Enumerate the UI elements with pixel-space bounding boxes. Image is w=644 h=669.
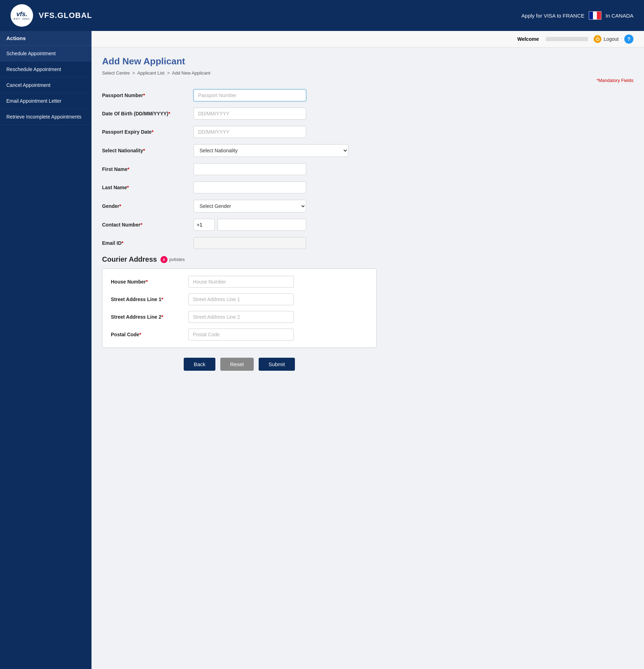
expiry-input[interactable]	[194, 126, 306, 138]
passport-label: Passport Number*	[102, 93, 194, 98]
lastname-input[interactable]	[194, 181, 306, 193]
page-content: Add New Applicant Select Centre > Applic…	[91, 47, 644, 386]
passport-row: Passport Number*	[102, 89, 377, 101]
france-flag-icon	[589, 11, 601, 20]
content: Welcome ⏻ Logout ? Add New Applicant Sel…	[91, 31, 644, 669]
welcome-label: Welcome	[517, 36, 539, 42]
breadcrumb-applicant-list: Applicant List	[137, 70, 164, 76]
street1-label: Street Address Line 1*	[111, 297, 188, 302]
header-left: vfs. EST. 2001 VFS.GLOBAL	[11, 4, 92, 27]
breadcrumb-add-applicant: Add New Applicant	[172, 70, 210, 76]
expiry-label: Passport Expiry Date*	[102, 129, 194, 135]
expiry-required-star: *	[152, 129, 153, 135]
header-right: Apply for VISA to FRANCE In CANADA	[522, 11, 633, 20]
sidebar-item-reschedule[interactable]: Reschedule Appointment	[0, 62, 91, 77]
phone-input[interactable]	[217, 219, 306, 231]
button-row: Back Reset Submit	[102, 358, 377, 371]
sidebar-item-schedule[interactable]: Schedule Appointment	[0, 46, 91, 62]
email-required-star: *	[121, 240, 123, 246]
courier-section-title: Courier Address	[102, 255, 157, 263]
logo-est-text: EST. 2001	[14, 17, 30, 20]
reset-button[interactable]: Reset	[220, 358, 254, 371]
apply-text: Apply for VISA to FRANCE	[522, 13, 585, 19]
top-bar: Welcome ⏻ Logout ?	[91, 31, 644, 47]
breadcrumb-sep2: >	[167, 70, 170, 76]
firstname-required-star: *	[127, 166, 129, 172]
house-row: House Number*	[111, 276, 368, 288]
house-input[interactable]	[188, 276, 294, 288]
nationality-label: Select Nationality*	[102, 148, 194, 153]
main-layout: Actions Schedule Appointment Reschedule …	[0, 31, 644, 669]
logout-icon: ⏻	[594, 35, 601, 43]
logout-label: Logout	[604, 36, 619, 42]
street2-required-star: *	[161, 314, 163, 320]
sidebar-item-email[interactable]: Email Appointment Letter	[0, 93, 91, 109]
street2-row: Street Address Line 2*	[111, 311, 368, 323]
street1-required-star: *	[161, 297, 163, 302]
street1-row: Street Address Line 1*	[111, 293, 368, 305]
contact-field-group	[194, 219, 306, 231]
gender-label: Gender*	[102, 203, 194, 209]
street1-input[interactable]	[188, 293, 294, 305]
logo-vfs-text: vfs.	[16, 11, 27, 17]
gender-required-star: *	[119, 203, 121, 209]
form-section: Passport Number* Date Of Birth (DD/MM/YY…	[102, 89, 377, 371]
house-label: House Number*	[111, 279, 188, 285]
firstname-input[interactable]	[194, 163, 306, 175]
pvtistes-badge: p pvtistes	[160, 256, 185, 263]
postal-label: Postal Code*	[111, 332, 188, 337]
email-input[interactable]	[194, 237, 306, 249]
email-row: Email ID*	[102, 237, 377, 249]
lastname-row: Last Name*	[102, 181, 377, 193]
postal-required-star: *	[139, 332, 141, 337]
pvtistes-label: pvtistes	[169, 257, 185, 262]
postal-row: Postal Code*	[111, 329, 368, 340]
contact-label: Contact Number*	[102, 222, 194, 228]
gender-row: Gender* Select Gender Male Female Other	[102, 200, 377, 212]
firstname-label: First Name*	[102, 166, 194, 172]
breadcrumb-select-centre: Select Centre	[102, 70, 130, 76]
nationality-required-star: *	[143, 148, 145, 153]
sidebar-item-retrieve[interactable]: Retrieve Incomplete Appointments	[0, 109, 91, 125]
lastname-label: Last Name*	[102, 185, 194, 190]
house-required-star: *	[146, 279, 148, 285]
welcome-username	[546, 37, 588, 41]
dob-label: Date Of Birth (DD/MM/YYYY)*	[102, 111, 194, 116]
passport-required-star: *	[143, 93, 145, 98]
nationality-select[interactable]: Select Nationality Canadian French Ameri…	[194, 144, 348, 157]
firstname-row: First Name*	[102, 163, 377, 175]
logo-circle: vfs. EST. 2001	[11, 4, 33, 27]
street2-input[interactable]	[188, 311, 294, 323]
country-code-input[interactable]	[194, 219, 215, 231]
nationality-row: Select Nationality* Select Nationality C…	[102, 144, 377, 157]
dob-row: Date Of Birth (DD/MM/YYYY)*	[102, 108, 377, 120]
gender-select[interactable]: Select Gender Male Female Other	[194, 200, 306, 212]
sidebar: Actions Schedule Appointment Reschedule …	[0, 31, 91, 669]
sidebar-actions-label: Actions	[0, 31, 91, 46]
courier-section-header: Courier Address p pvtistes	[102, 255, 377, 263]
postal-input[interactable]	[188, 329, 294, 340]
breadcrumb: Select Centre > Applicant List > Add New…	[102, 70, 633, 76]
mandatory-note: *Mandatory Fields	[102, 78, 633, 83]
pvtistes-icon: p	[160, 256, 168, 263]
contact-row: Contact Number*	[102, 219, 377, 231]
lastname-required-star: *	[127, 185, 129, 190]
header: vfs. EST. 2001 VFS.GLOBAL Apply for VISA…	[0, 0, 644, 31]
logout-button[interactable]: ⏻ Logout	[594, 35, 619, 43]
logo-text: VFS.GLOBAL	[39, 11, 92, 20]
help-button[interactable]: ?	[624, 34, 633, 44]
back-button[interactable]: Back	[184, 358, 215, 371]
email-label: Email ID*	[102, 240, 194, 246]
passport-input[interactable]	[194, 89, 306, 101]
submit-button[interactable]: Submit	[259, 358, 295, 371]
courier-box: House Number* Street Address Line 1*	[102, 268, 377, 348]
street2-label: Street Address Line 2*	[111, 314, 188, 320]
contact-required-star: *	[140, 222, 142, 228]
in-text: In CANADA	[606, 13, 633, 19]
breadcrumb-sep1: >	[132, 70, 135, 76]
logo-name: VFS.GLOBAL	[39, 11, 92, 20]
dob-input[interactable]	[194, 108, 306, 120]
page-title: Add New Applicant	[102, 56, 633, 67]
sidebar-item-cancel[interactable]: Cancel Appointment	[0, 77, 91, 93]
dob-required-star: *	[168, 111, 170, 116]
